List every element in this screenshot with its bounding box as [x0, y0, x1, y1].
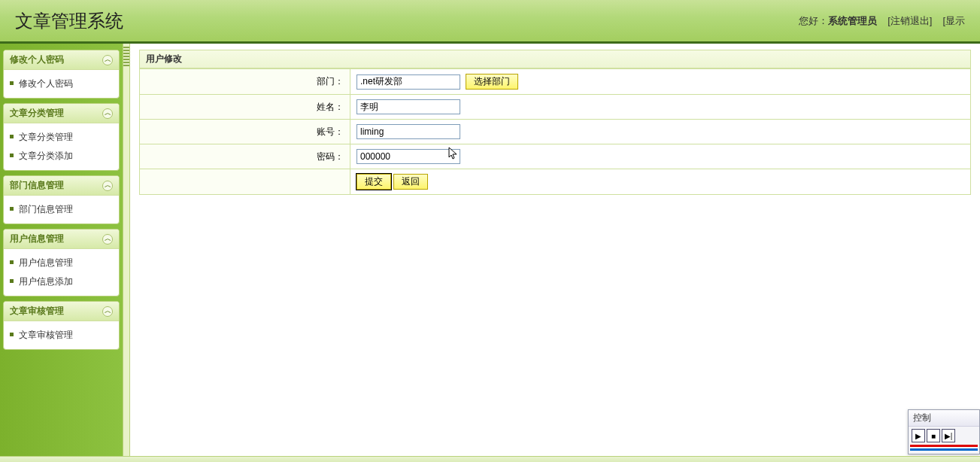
split-grip-icon — [123, 47, 129, 68]
split-handle[interactable] — [123, 44, 130, 460]
sidebar-panel-title: 修改个人密码 — [10, 53, 64, 66]
panel-title: 用户修改 — [139, 50, 971, 68]
collapse-icon[interactable]: ︿ — [102, 108, 113, 119]
next-icon[interactable]: ▶| — [942, 429, 955, 442]
select-department-button[interactable]: 选择部门 — [466, 74, 518, 90]
floating-control-title: 控制 — [909, 410, 979, 427]
sidebar-panel-department: 部门信息管理 ︿ 部门信息管理 — [3, 175, 120, 224]
sidebar-panel-header[interactable]: 文章审核管理 ︿ — [4, 302, 119, 321]
progress-bar-blue — [910, 448, 978, 451]
sidebar-item-change-password[interactable]: 修改个人密码 — [8, 74, 114, 93]
sidebar-panel-header[interactable]: 文章分类管理 ︿ — [4, 104, 119, 123]
sidebar-panel-title: 文章审核管理 — [10, 305, 64, 318]
floating-control-panel[interactable]: 控制 ▶ ■ ▶| — [908, 409, 980, 454]
sidebar-panel-user: 用户信息管理 ︿ 用户信息管理 用户信息添加 — [3, 229, 120, 296]
sidebar-panel-header[interactable]: 部门信息管理 ︿ — [4, 176, 119, 196]
sidebar-panel-header[interactable]: 用户信息管理 ︿ — [4, 229, 119, 249]
sidebar-panel-password: 修改个人密码 ︿ 修改个人密码 — [3, 50, 120, 99]
collapse-icon[interactable]: ︿ — [102, 234, 113, 245]
sidebar-item-user-manage[interactable]: 用户信息管理 — [8, 254, 114, 272]
sidebar-item-category-add[interactable]: 文章分类添加 — [8, 147, 114, 166]
collapse-icon[interactable]: ︿ — [102, 306, 113, 317]
submit-button[interactable]: 提交 — [357, 174, 391, 190]
sidebar-panel-title: 用户信息管理 — [10, 233, 64, 245]
name-input[interactable] — [357, 99, 460, 114]
play-icon[interactable]: ▶ — [912, 429, 925, 442]
department-label: 部门： — [140, 69, 350, 95]
header-right: 您好：系统管理员 [注销退出] [显示 — [799, 14, 965, 28]
sidebar-panel-title: 文章分类管理 — [10, 107, 64, 120]
name-label: 姓名： — [140, 95, 350, 120]
user-edit-form: 部门： 选择部门 姓名： 账号： 密码： — [139, 68, 971, 195]
greeting-prefix: 您好： — [799, 15, 828, 26]
progress-bar-red — [910, 445, 978, 447]
main-content: 用户修改 部门： 选择部门 姓名： 账号： 密码： — [130, 44, 980, 460]
logout-link[interactable]: [注销退出] — [887, 14, 932, 28]
password-input[interactable] — [357, 149, 460, 164]
app-title: 文章管理系统 — [15, 9, 123, 33]
password-label: 密码： — [140, 144, 350, 169]
sidebar-panel-review: 文章审核管理 ︿ 文章审核管理 — [3, 301, 120, 350]
department-input[interactable] — [357, 74, 460, 90]
sidebar-panel-category: 文章分类管理 ︿ 文章分类管理 文章分类添加 — [3, 103, 120, 171]
sidebar: 修改个人密码 ︿ 修改个人密码 文章分类管理 ︿ 文章分类管理 文章分类添加 部… — [0, 44, 123, 460]
sidebar-panel-header[interactable]: 修改个人密码 ︿ — [4, 50, 119, 70]
account-label: 账号： — [140, 120, 350, 144]
bottom-strip — [0, 456, 980, 460]
sidebar-panel-title: 部门信息管理 — [10, 179, 64, 192]
collapse-icon[interactable]: ︿ — [102, 55, 113, 65]
sidebar-item-review-manage[interactable]: 文章审核管理 — [8, 326, 114, 345]
current-user: 系统管理员 — [828, 15, 877, 26]
collapse-icon[interactable]: ︿ — [102, 181, 113, 191]
account-input[interactable] — [357, 124, 460, 139]
show-link[interactable]: [显示 — [942, 14, 965, 28]
sidebar-item-category-manage[interactable]: 文章分类管理 — [8, 128, 114, 147]
header-bar: 文章管理系统 您好：系统管理员 [注销退出] [显示 — [0, 0, 980, 44]
sidebar-item-user-add[interactable]: 用户信息添加 — [8, 272, 114, 291]
stop-icon[interactable]: ■ — [927, 429, 940, 442]
sidebar-item-department-manage[interactable]: 部门信息管理 — [8, 200, 114, 219]
back-button[interactable]: 返回 — [393, 174, 428, 190]
